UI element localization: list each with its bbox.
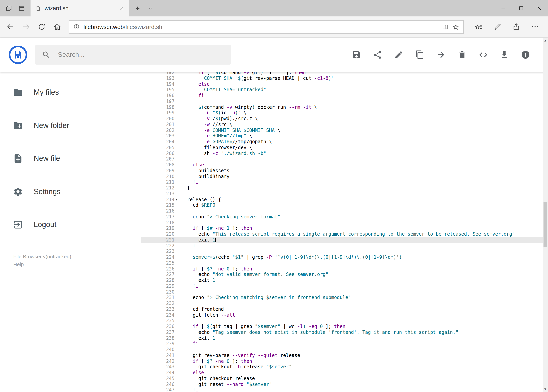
refresh-button[interactable] [34, 19, 49, 35]
code-line[interactable]: 209 buildAssets [141, 168, 548, 174]
move-button[interactable] [436, 50, 445, 59]
code-line[interactable]: 247 fi [141, 387, 548, 392]
code-line[interactable]: 221 exit 1 [141, 237, 548, 243]
hub-button[interactable] [472, 19, 486, 35]
code-line[interactable]: 230 [141, 289, 548, 295]
code-line[interactable]: 208 else [141, 162, 548, 168]
code-line[interactable]: 238 exit 1 [141, 335, 548, 341]
code-line[interactable]: 198 $(command -v winpty) docker run --rm… [141, 104, 548, 110]
maximize-button[interactable] [512, 0, 530, 16]
code-line[interactable]: 240 [141, 347, 548, 353]
info-button[interactable] [520, 50, 530, 59]
code-line[interactable]: 242 if [ $? -ne 0 ]; then [141, 358, 548, 364]
code-line[interactable]: 220 echo "This release script requires a… [141, 231, 548, 237]
back-button[interactable] [2, 19, 18, 35]
share-button[interactable] [510, 19, 523, 35]
code-line[interactable]: 201 -w //src \ [141, 122, 548, 128]
code-line[interactable]: 192 if [ "$(command -v git)" != "" ]; th… [141, 72, 548, 76]
code-line[interactable]: 243 git checkout -b release "$semver" [141, 364, 548, 370]
delete-button[interactable] [457, 50, 467, 59]
save-button[interactable] [352, 50, 361, 59]
rename-button[interactable] [394, 50, 403, 59]
code-line[interactable]: 193 COMMIT_SHA="$(git rev-parse HEAD | c… [141, 76, 548, 81]
more-button[interactable] [528, 19, 542, 35]
sidebar-item-logout[interactable]: Logout [0, 208, 141, 241]
code-line[interactable]: 203 -e HOME="//tmp" \ [141, 133, 548, 139]
code-line[interactable]: 195 COMMIT_SHA="untracked" [141, 87, 548, 93]
address-bar[interactable]: filebrowser.web/files/wizard.sh [69, 20, 464, 34]
code-line[interactable]: 224 semver=$(echo "$1" | grep -P '^v(0|[… [141, 254, 548, 260]
code-line[interactable]: 206 sh -c "./wizard.sh -b" [141, 150, 548, 156]
search-box[interactable] [35, 45, 231, 65]
forward-button[interactable] [18, 19, 34, 35]
raw-view-button[interactable] [478, 50, 488, 59]
tab-wizard-sh[interactable]: wizard.sh [30, 0, 129, 16]
code-line[interactable]: 207 [141, 156, 548, 162]
code-line[interactable]: 202 -e COMMIT_SHA=$COMMIT_SHA \ [141, 127, 548, 133]
tab-preview-button[interactable] [147, 5, 153, 11]
sidebar-item-new-folder[interactable]: New folder [0, 109, 141, 142]
reading-view-button[interactable] [442, 23, 449, 30]
code-line[interactable]: 245 git checkout release [141, 376, 548, 382]
home-button[interactable] [49, 19, 65, 35]
site-info-button[interactable] [73, 23, 80, 30]
code-line[interactable]: 226 if [ $? -ne 0 ]; then [141, 266, 548, 272]
code-line[interactable]: 199 -u "$(id -u)" \ [141, 110, 548, 116]
sidebar-item-my-files[interactable]: My files [0, 76, 141, 109]
code-line[interactable]: 237 echo "Tag $semver does not exist in … [141, 329, 548, 336]
code-line[interactable]: 225 [141, 260, 548, 266]
code-line[interactable]: 241 git rev-parse --verify --quiet relea… [141, 353, 548, 358]
code-line[interactable]: 235 [141, 318, 548, 324]
minimize-button[interactable] [494, 0, 512, 16]
code-line[interactable]: 227 echo "Not valid semver format. See s… [141, 272, 548, 278]
code-line[interactable]: 229 fi [141, 283, 548, 289]
copy-button[interactable] [415, 50, 424, 59]
code-line[interactable]: 216 [141, 208, 548, 214]
code-line[interactable]: 244 else [141, 370, 548, 376]
code-line[interactable]: 214▾release () { [141, 197, 548, 203]
help-link[interactable]: Help [13, 261, 141, 268]
code-line[interactable]: 205 filebrowser/dev \ [141, 145, 548, 151]
sidebar-item-settings[interactable]: Settings [0, 175, 141, 208]
code-line[interactable]: 239 fi [141, 341, 548, 347]
code-line[interactable]: 246 git reset --hard "$semver" [141, 381, 548, 387]
code-line[interactable]: 234 git fetch --all [141, 312, 548, 318]
code-line[interactable]: 197 [141, 99, 548, 105]
code-line[interactable]: 200 -v /$(pwd):/src:z \ [141, 116, 548, 122]
sidebar-item-new-file[interactable]: New file [0, 142, 141, 175]
code-line[interactable]: 196 fi [141, 93, 548, 99]
scrollbar-track[interactable]: ▲ ▼ [542, 38, 548, 392]
search-input[interactable] [57, 50, 224, 59]
new-tab-button[interactable] [135, 5, 140, 11]
scrollbar-thumb[interactable] [543, 202, 547, 247]
code-line[interactable]: 219 if [ $# -ne 1 ]; then [141, 226, 548, 231]
close-window-button[interactable] [530, 0, 548, 16]
code-line[interactable]: 233 cd frontend [141, 307, 548, 312]
code-line[interactable]: 215 cd $REPO [141, 203, 548, 208]
code-line[interactable]: 217 echo "> Checking semver format" [141, 214, 548, 220]
code-line[interactable]: 231 echo "> Checking matching $semver in… [141, 295, 548, 301]
download-button[interactable] [499, 50, 509, 59]
code-line[interactable]: 218 [141, 220, 548, 226]
code-line[interactable]: 204 -e GOPATH=//tmp/gopath \ [141, 139, 548, 145]
scroll-up-button[interactable]: ▲ [542, 38, 548, 43]
web-notes-button[interactable] [491, 19, 504, 35]
code-line[interactable]: 194 else [141, 81, 548, 87]
code-editor[interactable]: 192 if [ "$(command -v git)" != "" ]; th… [141, 72, 548, 392]
fold-marker[interactable]: ▾ [174, 197, 180, 203]
share-file-button[interactable] [373, 50, 382, 59]
code-line[interactable]: 212} [141, 185, 548, 191]
tabs-set-aside-button[interactable] [18, 5, 25, 12]
code-line[interactable]: 210 buildBinary [141, 174, 548, 179]
code-line[interactable]: 236 if [ $(git tag | grep "$semver" | wc… [141, 324, 548, 329]
code-line[interactable]: 223 [141, 249, 548, 255]
scroll-down-button[interactable]: ▼ [542, 386, 548, 392]
tab-close-button[interactable] [118, 4, 126, 12]
code-line[interactable]: 213 [141, 191, 548, 197]
add-favorite-button[interactable] [452, 23, 459, 30]
code-line[interactable]: 222 fi [141, 243, 548, 249]
code-line[interactable]: 232 [141, 301, 548, 307]
code-line[interactable]: 211 fi [141, 179, 548, 185]
set-tabs-aside-button[interactable] [6, 5, 12, 12]
code-line[interactable]: 228 exit 1 [141, 278, 548, 283]
